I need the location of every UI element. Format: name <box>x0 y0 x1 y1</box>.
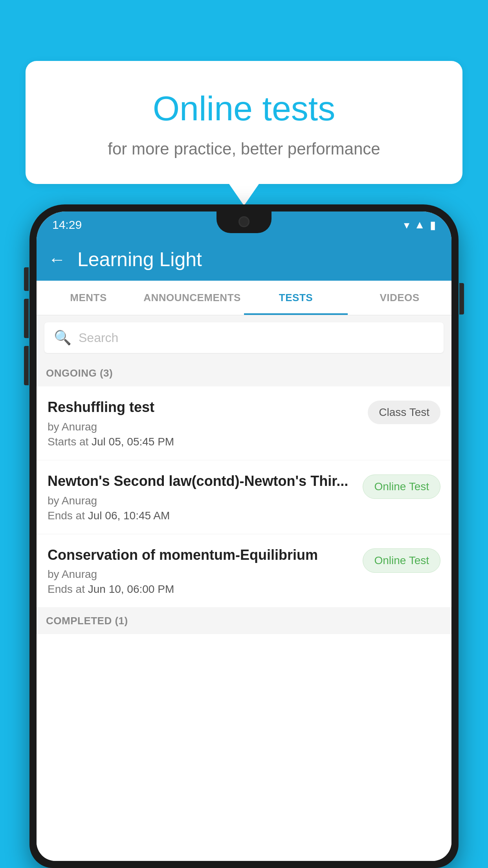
phone-frame: 14:29 ▾ ▲ ▮ ← Learning Light MENTS ANNOU… <box>29 204 459 868</box>
date-label: Starts at <box>48 436 88 448</box>
phone-screen: 14:29 ▾ ▲ ▮ ← Learning Light MENTS ANNOU… <box>37 211 451 861</box>
tab-ments[interactable]: MENTS <box>37 281 140 315</box>
search-input[interactable]: Search <box>79 331 118 345</box>
date-label: Ends at <box>48 509 85 522</box>
app-bar: ← Learning Light <box>37 238 451 281</box>
test-date: Ends at Jul 06, 10:45 AM <box>48 509 355 522</box>
date-value: Jul 05, 05:45 PM <box>92 436 174 448</box>
status-bar: 14:29 ▾ ▲ ▮ <box>37 211 451 238</box>
status-icons: ▾ ▲ ▮ <box>404 219 436 232</box>
speech-bubble: Online tests for more practice, better p… <box>26 61 462 184</box>
volume-up-button <box>24 299 29 338</box>
search-container: 🔍 Search <box>37 315 451 360</box>
test-name: Conservation of momentum-Equilibrium <box>48 546 355 565</box>
power-button <box>459 283 464 314</box>
ongoing-section-header: ONGOING (3) <box>37 360 451 386</box>
ongoing-title: ONGOING (3) <box>46 367 113 379</box>
notch <box>216 211 272 233</box>
test-name: Reshuffling test <box>48 398 360 417</box>
search-icon: 🔍 <box>54 329 72 346</box>
test-date: Starts at Jul 05, 05:45 PM <box>48 436 360 448</box>
date-label: Ends at <box>48 583 85 595</box>
mute-button <box>24 267 29 291</box>
date-value: Jul 06, 10:45 AM <box>88 509 170 522</box>
test-item-info: Reshuffling test by Anurag Starts at Jul… <box>48 398 360 448</box>
front-camera <box>238 216 250 227</box>
tab-tests[interactable]: TESTS <box>244 281 348 315</box>
test-author: by Anurag <box>48 421 360 433</box>
online-tests-subtitle: for more practice, better performance <box>49 140 439 158</box>
test-date: Ends at Jun 10, 06:00 PM <box>48 583 355 596</box>
speech-bubble-wrapper: Online tests for more practice, better p… <box>26 61 462 206</box>
battery-icon: ▮ <box>430 219 436 232</box>
volume-down-button <box>24 346 29 385</box>
wifi-icon: ▾ <box>404 219 409 232</box>
back-button[interactable]: ← <box>48 250 66 269</box>
test-name: Newton's Second law(contd)-Newton's Thir… <box>48 472 355 491</box>
test-item-info: Newton's Second law(contd)-Newton's Thir… <box>48 472 355 522</box>
search-input-wrapper[interactable]: 🔍 Search <box>44 322 444 353</box>
online-test-badge-2: Online Test <box>363 548 440 573</box>
test-author: by Anurag <box>48 568 355 581</box>
completed-title: COMPLETED (1) <box>46 615 128 627</box>
app-title: Learning Light <box>77 248 202 271</box>
test-item-info: Conservation of momentum-Equilibrium by … <box>48 546 355 596</box>
date-value: Jun 10, 06:00 PM <box>88 583 174 595</box>
online-test-badge: Online Test <box>363 474 440 499</box>
class-test-badge: Class Test <box>368 401 440 424</box>
test-item[interactable]: Conservation of momentum-Equilibrium by … <box>37 534 451 608</box>
speech-bubble-arrow <box>229 184 259 206</box>
test-item[interactable]: Newton's Second law(contd)-Newton's Thir… <box>37 460 451 534</box>
online-tests-title: Online tests <box>49 88 439 129</box>
tabs-bar: MENTS ANNOUNCEMENTS TESTS VIDEOS <box>37 281 451 315</box>
tab-announcements[interactable]: ANNOUNCEMENTS <box>140 281 244 315</box>
signal-icon: ▲ <box>414 219 425 231</box>
status-time: 14:29 <box>52 218 82 232</box>
test-list: Reshuffling test by Anurag Starts at Jul… <box>37 386 451 861</box>
test-item[interactable]: Reshuffling test by Anurag Starts at Jul… <box>37 386 451 460</box>
test-author: by Anurag <box>48 495 355 507</box>
tab-videos[interactable]: VIDEOS <box>348 281 451 315</box>
completed-section-header: COMPLETED (1) <box>37 608 451 634</box>
